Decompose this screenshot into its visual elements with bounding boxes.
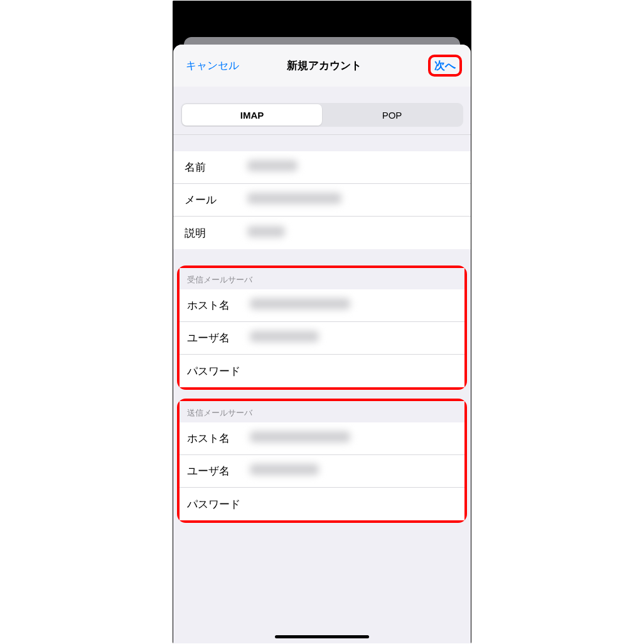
cancel-button[interactable]: キャンセル [186, 58, 272, 73]
description-label: 説明 [185, 226, 247, 240]
group-spacer [173, 135, 471, 151]
tab-imap[interactable]: IMAP [182, 104, 322, 126]
outgoing-host-label: ホスト名 [187, 431, 250, 446]
account-info-group: 名前 メール 説明 [173, 151, 471, 249]
outgoing-host-value [250, 431, 457, 446]
outgoing-user-value [250, 464, 457, 478]
description-value [247, 226, 459, 240]
next-button-highlight: 次へ [428, 55, 462, 77]
incoming-host-value [250, 298, 457, 313]
name-label: 名前 [185, 160, 247, 174]
email-label: メール [185, 193, 247, 207]
incoming-server-highlight: 受信メールサーバ ホスト名 ユーザ名 パスワード [177, 266, 467, 390]
modal-sheet: キャンセル 新規アカウント 次へ IMAP POP 名前 メール [173, 45, 471, 643]
incoming-server-group: ホスト名 ユーザ名 パスワード [180, 289, 464, 387]
incoming-host-row[interactable]: ホスト名 [180, 289, 464, 322]
next-button[interactable]: 次へ [434, 60, 456, 72]
name-row[interactable]: 名前 [173, 151, 471, 184]
name-value [247, 160, 459, 174]
page-title: 新規アカウント [272, 58, 376, 73]
sheet-background-peek [184, 37, 460, 45]
outgoing-pass-label: パスワード [187, 497, 250, 512]
incoming-pass-label: パスワード [187, 364, 250, 378]
incoming-user-value [250, 331, 457, 345]
incoming-host-label: ホスト名 [187, 298, 250, 313]
incoming-header: 受信メールサーバ [180, 268, 464, 289]
protocol-segment: IMAP POP [181, 103, 463, 127]
bottom-space [173, 523, 471, 643]
tab-pop[interactable]: POP [322, 104, 462, 126]
nav-bar: キャンセル 新規アカウント 次へ [173, 45, 471, 87]
email-value [247, 193, 459, 207]
email-row[interactable]: メール [173, 184, 471, 217]
phone-frame: キャンセル 新規アカウント 次へ IMAP POP 名前 メール [173, 1, 471, 643]
outgoing-host-row[interactable]: ホスト名 [180, 422, 464, 455]
status-bar [173, 1, 471, 37]
outgoing-pass-row[interactable]: パスワード [180, 488, 464, 520]
outgoing-server-highlight: 送信メールサーバ ホスト名 ユーザ名 パスワード [177, 399, 467, 523]
incoming-user-label: ユーザ名 [187, 331, 250, 345]
outgoing-user-row[interactable]: ユーザ名 [180, 455, 464, 488]
description-row[interactable]: 説明 [173, 217, 471, 249]
outgoing-header: 送信メールサーバ [180, 401, 464, 422]
home-indicator [275, 635, 369, 638]
outgoing-server-group: ホスト名 ユーザ名 パスワード [180, 422, 464, 520]
group-spacer [173, 249, 471, 266]
group-spacer [173, 390, 471, 399]
outgoing-user-label: ユーザ名 [187, 464, 250, 478]
incoming-pass-row[interactable]: パスワード [180, 355, 464, 387]
incoming-user-row[interactable]: ユーザ名 [180, 322, 464, 355]
protocol-segment-container: IMAP POP [173, 87, 471, 135]
